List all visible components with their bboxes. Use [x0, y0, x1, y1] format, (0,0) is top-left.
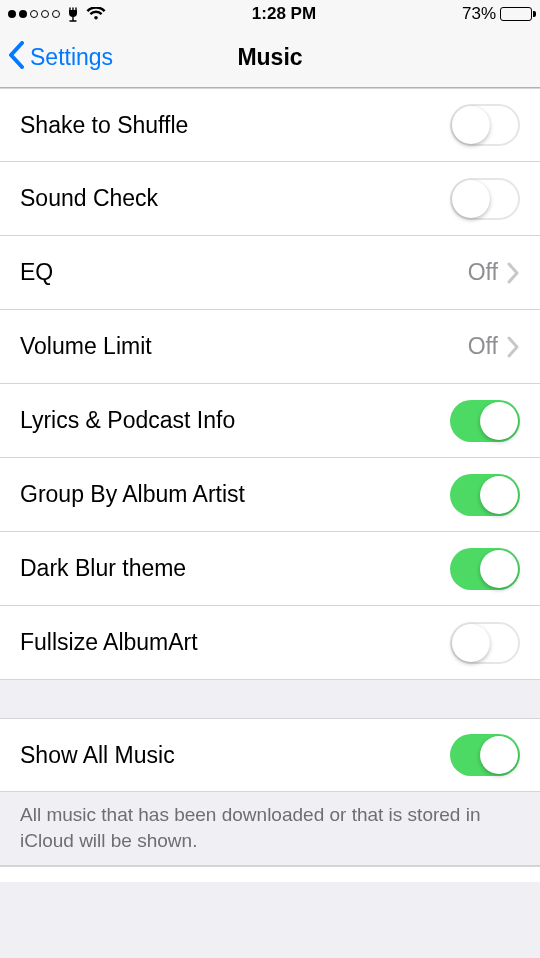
row-label: Dark Blur theme — [20, 555, 450, 582]
row-label: Sound Check — [20, 185, 450, 212]
toggle-fullsize-albumart[interactable] — [450, 622, 520, 664]
toggle-dark-blur-theme[interactable] — [450, 548, 520, 590]
back-label: Settings — [30, 44, 113, 71]
row-label: Lyrics & Podcast Info — [20, 407, 450, 434]
wifi-icon — [86, 7, 106, 21]
toggle-lyrics-podcast-info[interactable] — [450, 400, 520, 442]
toggle-shake-to-shuffle[interactable] — [450, 104, 520, 146]
row-dark-blur-theme[interactable]: Dark Blur theme — [0, 532, 540, 606]
toggle-knob — [480, 550, 518, 588]
row-fullsize-albumart[interactable]: Fullsize AlbumArt — [0, 606, 540, 680]
toggle-sound-check[interactable] — [450, 178, 520, 220]
nav-bar: Settings Music — [0, 28, 540, 88]
toggle-knob — [452, 106, 490, 144]
battery-icon — [500, 7, 532, 21]
toggle-knob — [480, 476, 518, 514]
group-gap — [0, 680, 540, 718]
signal-dot — [30, 10, 38, 18]
row-show-all-music[interactable]: Show All Music — [0, 718, 540, 792]
row-volume-limit[interactable]: Volume Limit Off — [0, 310, 540, 384]
group-footer: All music that has been downloaded or th… — [0, 792, 540, 866]
signal-dot — [41, 10, 49, 18]
list: Shake to Shuffle Sound Check EQ Off Volu… — [0, 88, 540, 958]
row-shake-to-shuffle[interactable]: Shake to Shuffle — [0, 88, 540, 162]
battery-pct: 73% — [462, 4, 496, 24]
carrier-icon — [65, 6, 81, 22]
row-value: Off — [468, 259, 498, 286]
back-button[interactable]: Settings — [8, 28, 113, 87]
row-peek — [0, 866, 540, 882]
status-bar-left — [8, 6, 106, 22]
toggle-show-all-music[interactable] — [450, 734, 520, 776]
row-eq[interactable]: EQ Off — [0, 236, 540, 310]
row-lyrics-podcast-info[interactable]: Lyrics & Podcast Info — [0, 384, 540, 458]
toggle-knob — [452, 180, 490, 218]
status-bar-right: 73% — [462, 4, 532, 24]
toggle-knob — [480, 402, 518, 440]
status-bar-time: 1:28 PM — [252, 4, 316, 24]
row-group-by-album-artist[interactable]: Group By Album Artist — [0, 458, 540, 532]
row-label: Show All Music — [20, 742, 450, 769]
toggle-knob — [452, 624, 490, 662]
chevron-right-icon — [506, 262, 520, 284]
row-label: EQ — [20, 259, 468, 286]
row-label: Group By Album Artist — [20, 481, 450, 508]
signal-dot — [52, 10, 60, 18]
signal-dots — [8, 10, 60, 18]
row-sound-check[interactable]: Sound Check — [0, 162, 540, 236]
screen: 1:28 PM 73% Settings Music Shake to Shuf… — [0, 0, 540, 958]
row-label: Shake to Shuffle — [20, 112, 450, 139]
signal-dot — [19, 10, 27, 18]
row-value: Off — [468, 333, 498, 360]
signal-dot — [8, 10, 16, 18]
status-bar: 1:28 PM 73% — [0, 0, 540, 28]
row-label: Volume Limit — [20, 333, 468, 360]
chevron-right-icon — [506, 336, 520, 358]
toggle-knob — [480, 736, 518, 774]
row-label: Fullsize AlbumArt — [20, 629, 450, 656]
toggle-group-by-album-artist[interactable] — [450, 474, 520, 516]
chevron-left-icon — [8, 41, 26, 75]
